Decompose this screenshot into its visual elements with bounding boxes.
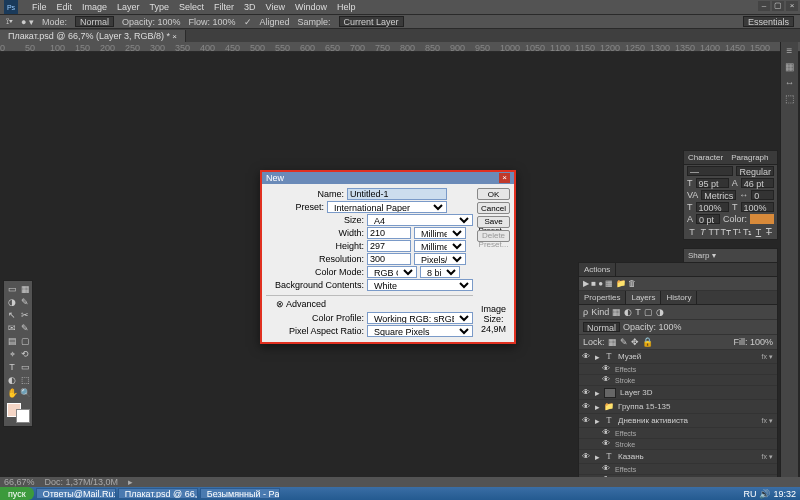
visibility-icon[interactable]: 👁 xyxy=(581,452,591,462)
tool-button[interactable]: ✎ xyxy=(19,296,31,308)
cancel-button[interactable]: Cancel xyxy=(477,202,510,214)
baseline-field[interactable]: 0 pt xyxy=(696,214,720,224)
visibility-icon[interactable]: 👁 xyxy=(601,439,611,449)
layer-effect[interactable]: 👁Stroke xyxy=(579,439,777,450)
name-input[interactable] xyxy=(347,188,447,200)
tool-button[interactable]: ▢ xyxy=(19,335,31,347)
tool-button[interactable]: ⬚ xyxy=(19,374,31,386)
background-color[interactable] xyxy=(16,409,30,423)
res-input[interactable] xyxy=(367,253,411,265)
hscale-field[interactable]: 100% xyxy=(741,202,775,212)
blend-select[interactable]: Normal xyxy=(583,322,620,332)
fill-field[interactable]: Fill: 100% xyxy=(733,337,773,347)
visibility-icon[interactable]: 👁 xyxy=(581,416,591,426)
super-icon[interactable]: T¹ xyxy=(732,226,742,238)
strike-icon[interactable]: T̶ xyxy=(764,226,774,238)
strip-icon[interactable]: ≡ xyxy=(781,42,798,58)
tool-button[interactable]: ✂ xyxy=(19,309,31,321)
ok-button[interactable]: OK xyxy=(477,188,510,200)
tab-actions[interactable]: Actions xyxy=(579,263,616,276)
minimize-icon[interactable]: – xyxy=(758,1,770,11)
close-icon[interactable]: × xyxy=(786,1,798,11)
tool-button[interactable]: ✋ xyxy=(6,387,18,399)
visibility-icon[interactable]: 👁 xyxy=(601,375,611,385)
maximize-icon[interactable]: ▢ xyxy=(772,1,784,11)
size-select[interactable]: A4 xyxy=(367,214,473,226)
filter-icon[interactable]: ▦ xyxy=(612,307,621,317)
delete-preset-button[interactable]: Delete Preset... xyxy=(477,230,510,242)
profile-select[interactable]: Working RGB: sRGB IEC61966-2.1 xyxy=(367,312,473,324)
menu-type[interactable]: Type xyxy=(150,2,170,12)
taskbar-item[interactable]: Безымянный - Paint xyxy=(200,488,280,499)
kerning-field[interactable]: Metrics xyxy=(701,190,736,200)
blend-mode-select[interactable]: Normal xyxy=(75,16,114,27)
layer-effect[interactable]: 👁Effects xyxy=(579,428,777,439)
layer-row[interactable]: 👁▸📁Группа 15-135 xyxy=(579,400,777,414)
fx-badge[interactable]: fx ▾ xyxy=(762,353,773,361)
tab-history[interactable]: History xyxy=(661,291,697,304)
tool-button[interactable]: ✎ xyxy=(19,322,31,334)
filter-icon[interactable]: ▢ xyxy=(644,307,653,317)
layer-effect[interactable]: 👁Effects xyxy=(579,464,777,475)
lock-icon[interactable]: ▦ xyxy=(608,337,617,347)
height-unit[interactable]: Millimeters xyxy=(414,240,466,252)
taskbar-item[interactable]: Ответы@Mail.Ru: За... xyxy=(36,488,116,499)
layer-row[interactable]: 👁▸TМузейfx ▾ xyxy=(579,350,777,364)
document-tab[interactable]: Плакат.psd @ 66,7% (Layer 3, RGB/8) * × xyxy=(0,30,186,42)
zoom-field[interactable]: 66,67% xyxy=(4,477,35,487)
filter-icon[interactable]: T xyxy=(635,307,641,317)
filter-icon[interactable]: ◑ xyxy=(656,307,664,317)
menu-help[interactable]: Help xyxy=(337,2,356,12)
layer-effect[interactable]: 👁Effects xyxy=(579,364,777,375)
tool-button[interactable]: ⌖ xyxy=(6,348,18,360)
layer-row[interactable]: 👁▸TДневник активистаfx ▾ xyxy=(579,414,777,428)
opacity-field[interactable]: Opacity: 100% xyxy=(122,17,181,27)
menu-edit[interactable]: Edit xyxy=(57,2,73,12)
res-unit[interactable]: Pixels/Inch xyxy=(414,253,466,265)
tool-preset-icon[interactable]: ⟟▾ xyxy=(6,16,13,27)
aligned-checkbox[interactable]: Aligned xyxy=(260,17,290,27)
clock[interactable]: 19:32 xyxy=(773,489,796,499)
caps-icon[interactable]: TT xyxy=(709,226,720,238)
width-input[interactable] xyxy=(367,227,411,239)
tool-button[interactable]: T xyxy=(6,361,18,373)
strip-icon[interactable]: ⬚ xyxy=(781,90,798,106)
start-button[interactable]: пуск xyxy=(0,487,34,500)
tool-button[interactable]: ▭ xyxy=(19,361,31,373)
lang-indicator[interactable]: RU xyxy=(743,489,756,499)
menu-3d[interactable]: 3D xyxy=(244,2,256,12)
leading-field[interactable]: 46 pt xyxy=(741,178,774,188)
layer-effect[interactable]: 👁Stroke xyxy=(579,375,777,386)
smallcaps-icon[interactable]: Tᴛ xyxy=(721,226,732,238)
text-color[interactable] xyxy=(750,214,774,224)
bit-select[interactable]: 8 bit xyxy=(420,266,460,278)
style-select[interactable]: Regular xyxy=(736,166,774,176)
color-swatch[interactable] xyxy=(6,402,31,424)
dialog-close-icon[interactable]: × xyxy=(499,173,510,183)
visibility-icon[interactable]: 👁 xyxy=(581,402,591,412)
width-unit[interactable]: Millimeters xyxy=(414,227,466,239)
fx-badge[interactable]: fx ▾ xyxy=(762,417,773,425)
bg-select[interactable]: White xyxy=(367,279,473,291)
tool-button[interactable]: ↖ xyxy=(6,309,18,321)
filter-icon[interactable]: ◐ xyxy=(624,307,632,317)
tool-button[interactable]: 🔍 xyxy=(19,387,31,399)
menu-view[interactable]: View xyxy=(266,2,285,12)
save-preset-button[interactable]: Save Preset... xyxy=(477,216,510,228)
brush-preset-icon[interactable]: ● ▾ xyxy=(21,17,34,27)
vscale-field[interactable]: 100% xyxy=(696,202,730,212)
sub-icon[interactable]: T₁ xyxy=(743,226,753,238)
menu-window[interactable]: Window xyxy=(295,2,327,12)
menu-layer[interactable]: Layer xyxy=(117,2,140,12)
sample-select[interactable]: Current Layer xyxy=(339,16,404,27)
menu-file[interactable]: File xyxy=(32,2,47,12)
tool-button[interactable]: ▤ xyxy=(6,335,18,347)
layer-row[interactable]: 👁▸TКазаньfx ▾ xyxy=(579,450,777,464)
tab-properties[interactable]: Properties xyxy=(579,291,626,304)
mode-select[interactable]: RGB Color xyxy=(367,266,417,278)
tab-layers[interactable]: Layers xyxy=(626,291,661,304)
bold-icon[interactable]: T xyxy=(687,226,697,238)
tool-button[interactable]: ▭ xyxy=(6,283,18,295)
tray-icon[interactable]: 🔊 xyxy=(759,489,770,499)
lock-icon[interactable]: ✥ xyxy=(631,337,639,347)
